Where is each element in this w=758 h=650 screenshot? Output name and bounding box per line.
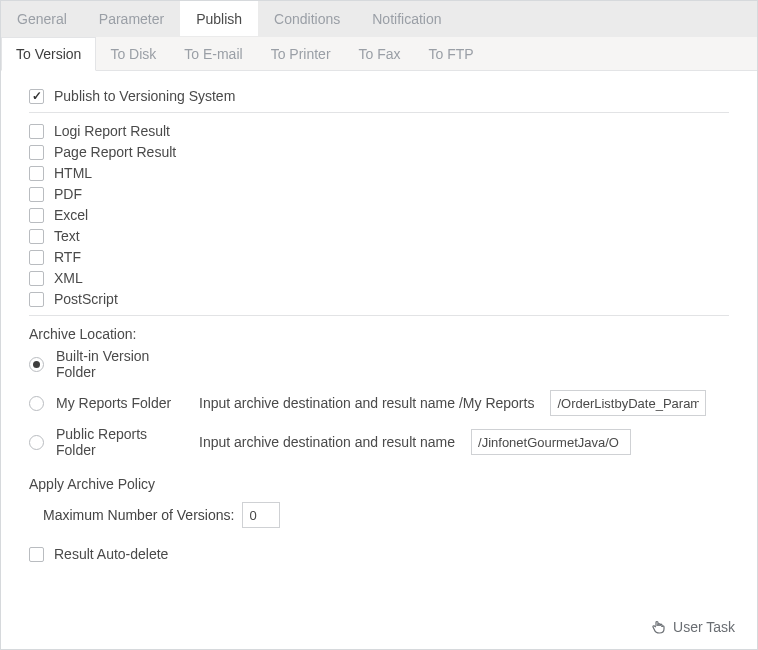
archive-public-radio[interactable]: [29, 435, 44, 450]
max-versions-label: Maximum Number of Versions:: [43, 507, 234, 523]
format-postscript-label: PostScript: [54, 291, 118, 307]
tab-to-printer[interactable]: To Printer: [257, 37, 345, 70]
format-xml-checkbox[interactable]: [29, 271, 44, 286]
tab-to-ftp[interactable]: To FTP: [415, 37, 488, 70]
tab-conditions[interactable]: Conditions: [258, 1, 356, 36]
format-pdf-label: PDF: [54, 186, 82, 202]
tab-to-disk[interactable]: To Disk: [96, 37, 170, 70]
max-versions-row: Maximum Number of Versions:: [29, 502, 729, 528]
tab-to-fax[interactable]: To Fax: [345, 37, 415, 70]
auto-delete-row: Result Auto-delete: [29, 546, 729, 562]
archive-builtin-radio[interactable]: [29, 357, 44, 372]
tab-parameter[interactable]: Parameter: [83, 1, 180, 36]
format-xml-row: XML: [29, 270, 729, 286]
archive-policy-title: Apply Archive Policy: [29, 476, 729, 492]
tab-to-email[interactable]: To E-mail: [170, 37, 256, 70]
archive-public-input[interactable]: [471, 429, 631, 455]
archive-public-label: Public Reports Folder: [56, 426, 189, 458]
format-postscript-row: PostScript: [29, 291, 729, 307]
divider: [29, 315, 729, 316]
sub-tabs: To Version To Disk To E-mail To Printer …: [1, 37, 757, 71]
tab-general[interactable]: General: [1, 1, 83, 36]
auto-delete-label: Result Auto-delete: [54, 546, 168, 562]
format-rtf-label: RTF: [54, 249, 81, 265]
archive-policy-section: Apply Archive Policy Maximum Number of V…: [29, 476, 729, 528]
archive-location-title: Archive Location:: [29, 326, 729, 342]
tab-publish[interactable]: Publish: [180, 1, 258, 36]
archive-myreports-input[interactable]: [550, 390, 706, 416]
publish-to-versioning-checkbox[interactable]: [29, 89, 44, 104]
user-task-link[interactable]: User Task: [651, 619, 735, 635]
format-excel-row: Excel: [29, 207, 729, 223]
divider: [29, 112, 729, 113]
user-task-label: User Task: [673, 619, 735, 635]
format-excel-checkbox[interactable]: [29, 208, 44, 223]
publish-to-versioning-label: Publish to Versioning System: [54, 88, 235, 104]
auto-delete-checkbox[interactable]: [29, 547, 44, 562]
archive-myreports-row: My Reports Folder Input archive destinat…: [29, 390, 729, 416]
format-rtf-row: RTF: [29, 249, 729, 265]
content-area: Publish to Versioning System Logi Report…: [1, 71, 757, 577]
format-excel-label: Excel: [54, 207, 88, 223]
archive-myreports-label: My Reports Folder: [56, 395, 171, 411]
format-page-label: Page Report Result: [54, 144, 176, 160]
format-html-label: HTML: [54, 165, 92, 181]
format-page-checkbox[interactable]: [29, 145, 44, 160]
format-logi-label: Logi Report Result: [54, 123, 170, 139]
primary-tabs: General Parameter Publish Conditions Not…: [1, 1, 757, 37]
tab-notification[interactable]: Notification: [356, 1, 457, 36]
format-text-label: Text: [54, 228, 80, 244]
format-postscript-checkbox[interactable]: [29, 292, 44, 307]
archive-myreports-hint: Input archive destination and result nam…: [199, 395, 534, 411]
archive-public-row: Public Reports Folder Input archive dest…: [29, 426, 729, 458]
format-logi-row: Logi Report Result: [29, 123, 729, 139]
archive-builtin-row: Built-in Version Folder: [29, 348, 729, 380]
format-pdf-checkbox[interactable]: [29, 187, 44, 202]
publish-panel: General Parameter Publish Conditions Not…: [0, 0, 758, 650]
archive-myreports-radio[interactable]: [29, 396, 44, 411]
hand-pointer-icon: [651, 619, 667, 635]
format-pdf-row: PDF: [29, 186, 729, 202]
format-rtf-checkbox[interactable]: [29, 250, 44, 265]
format-html-checkbox[interactable]: [29, 166, 44, 181]
format-xml-label: XML: [54, 270, 83, 286]
archive-public-hint: Input archive destination and result nam…: [199, 434, 455, 450]
format-logi-checkbox[interactable]: [29, 124, 44, 139]
format-list: Logi Report Result Page Report Result HT…: [29, 123, 729, 307]
format-page-row: Page Report Result: [29, 144, 729, 160]
max-versions-input[interactable]: [242, 502, 280, 528]
tab-to-version[interactable]: To Version: [1, 37, 96, 71]
format-text-checkbox[interactable]: [29, 229, 44, 244]
format-html-row: HTML: [29, 165, 729, 181]
archive-builtin-label: Built-in Version Folder: [56, 348, 189, 380]
format-text-row: Text: [29, 228, 729, 244]
publish-to-versioning-row: Publish to Versioning System: [29, 88, 729, 104]
